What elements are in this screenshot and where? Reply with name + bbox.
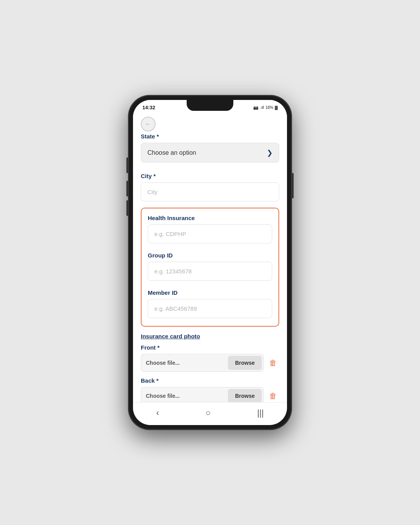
front-label: Front * bbox=[141, 344, 279, 351]
back-required: * bbox=[156, 377, 159, 384]
trash-icon-back: 🗑 bbox=[269, 392, 277, 400]
phone-device: 14:32 📷 .ıll 16% ▓ ← State * bbox=[128, 95, 292, 430]
nav-recents-icon: ||| bbox=[257, 408, 264, 418]
state-select-wrapper[interactable]: Choose an option ❯ bbox=[141, 143, 279, 163]
state-label: State * bbox=[141, 133, 279, 140]
battery-icon: ▓ bbox=[275, 105, 278, 110]
state-required: * bbox=[157, 133, 159, 140]
back-choose-file-text: Choose file... bbox=[146, 393, 225, 399]
back-file-upload-row: Choose file... Browse bbox=[141, 387, 264, 402]
member-id-label: Member ID bbox=[148, 289, 272, 296]
insurance-card-photo-title: Insurance card photo bbox=[141, 333, 279, 340]
health-insurance-label: Health Insurance bbox=[148, 215, 272, 221]
group-id-label: Group ID bbox=[148, 252, 272, 259]
front-required: * bbox=[158, 344, 160, 351]
nav-home-button[interactable]: ○ bbox=[199, 406, 217, 420]
city-input[interactable] bbox=[141, 182, 279, 201]
scroll-content: ← State * Choose an option ❯ bbox=[133, 114, 287, 402]
city-field-section: City * bbox=[141, 173, 279, 201]
phone-screen: 14:32 📷 .ıll 16% ▓ ← State * bbox=[133, 100, 287, 425]
nav-back-icon: ‹ bbox=[156, 408, 159, 418]
group-id-input[interactable] bbox=[148, 262, 272, 281]
health-insurance-input[interactable] bbox=[148, 224, 272, 243]
insurance-section: Health Insurance Group ID Member ID bbox=[141, 208, 279, 327]
trash-icon: 🗑 bbox=[269, 359, 277, 367]
back-delete-button[interactable]: 🗑 bbox=[267, 390, 279, 402]
city-label: City * bbox=[141, 173, 279, 179]
state-select[interactable]: Choose an option bbox=[141, 143, 279, 162]
phone-notch bbox=[187, 100, 233, 111]
status-time: 14:32 bbox=[142, 105, 155, 110]
front-delete-button[interactable]: 🗑 bbox=[267, 357, 279, 369]
back-browse-button[interactable]: Browse bbox=[228, 389, 262, 402]
back-arrow-icon: ← bbox=[145, 121, 151, 128]
camera-icon: 📷 bbox=[253, 105, 259, 110]
nav-back-button[interactable]: ‹ bbox=[150, 406, 165, 420]
front-choose-file-text: Choose file... bbox=[146, 360, 225, 366]
battery-text: 16% bbox=[266, 105, 273, 110]
insurance-card-photo-section: Insurance card photo Front * Choose file… bbox=[141, 333, 279, 402]
front-file-upload-row: Choose file... Browse bbox=[141, 354, 264, 372]
nav-home-icon: ○ bbox=[205, 408, 210, 418]
member-id-input[interactable] bbox=[148, 299, 272, 318]
nav-bar: ‹ ○ ||| bbox=[133, 402, 287, 425]
state-field-section: State * Choose an option ❯ bbox=[141, 133, 279, 163]
back-button[interactable]: ← bbox=[141, 117, 156, 131]
signal-icon: .ıll bbox=[260, 105, 264, 110]
nav-recents-button[interactable]: ||| bbox=[251, 406, 270, 420]
back-label: Back * bbox=[141, 377, 279, 384]
city-required: * bbox=[154, 173, 156, 179]
front-browse-button[interactable]: Browse bbox=[228, 356, 262, 370]
back-area: ← bbox=[141, 114, 279, 133]
status-icons: 📷 .ıll 16% ▓ bbox=[253, 105, 278, 110]
